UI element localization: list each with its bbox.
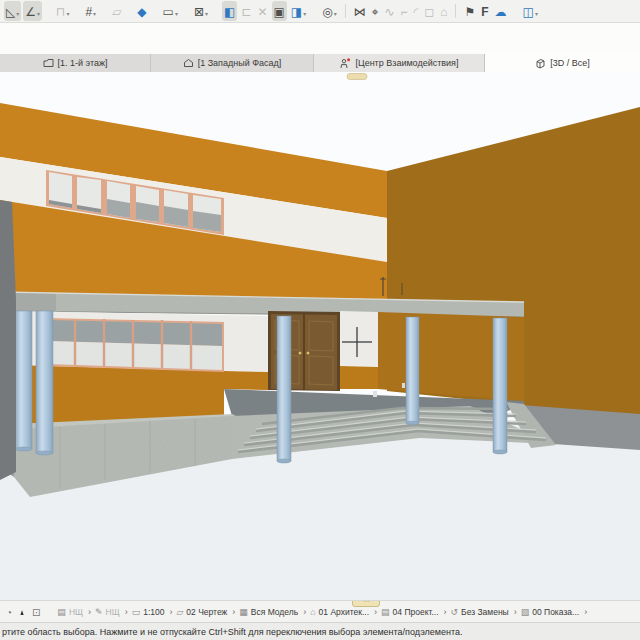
- floor-marker: [373, 391, 377, 397]
- interaction-hub-icon: [339, 58, 351, 69]
- snap-grid-icon[interactable]: #: [83, 1, 98, 21]
- tab-label: [1 Западный Фасад]: [198, 58, 282, 68]
- 3d-scene: [0, 72, 640, 600]
- column: [493, 318, 507, 452]
- suspend-groups-icon[interactable]: ⊓: [54, 1, 71, 21]
- quick-options-bar: ⋯ ◔ ▲ ⊡ ▤НЩ ✎НЩ ▭1:100 ▱02 Чертеж ▦Вся М…: [0, 600, 640, 623]
- toolbar-empty-row: [0, 23, 640, 54]
- building-side-shadow: [0, 200, 16, 480]
- drawing-field[interactable]: ▱02 Чертеж: [176, 607, 235, 617]
- slope-edit-icon[interactable]: ∠: [23, 1, 42, 21]
- roof-icon[interactable]: ⌂: [438, 1, 449, 21]
- flag-icon[interactable]: ⚑: [462, 1, 477, 21]
- pan-chip-bottom[interactable]: ⋯: [352, 600, 380, 607]
- override-field[interactable]: ↺Без Замены: [451, 607, 517, 617]
- cloud-save-icon[interactable]: ☁: [493, 1, 509, 21]
- view-tab-bar: [1. 1-й этаж] [1 Западный Фасад] [Центр …: [0, 54, 640, 73]
- overlay-shapes-icon[interactable]: ◫: [521, 1, 540, 21]
- arc-icon[interactable]: ◜: [412, 1, 421, 21]
- column: [15, 311, 32, 449]
- 3d-style-icon[interactable]: ◨: [289, 1, 308, 21]
- lower-window-band: [46, 318, 224, 372]
- tab-label: [3D / Все]: [550, 58, 590, 68]
- 3d-cutaway-icon[interactable]: ◧: [222, 1, 237, 21]
- floor-plan-icon: [43, 58, 54, 68]
- zoom-selection-icon[interactable]: ⊡: [32, 607, 40, 618]
- column: [277, 316, 291, 461]
- lock-icon[interactable]: ⊠: [192, 1, 210, 21]
- fillet-icon[interactable]: ⌐: [399, 1, 410, 21]
- pan-chip-top[interactable]: [347, 74, 367, 80]
- gravity-mesh-icon[interactable]: ▱: [110, 1, 123, 21]
- sun-position-icon[interactable]: ◎: [320, 1, 339, 21]
- marquee-icon[interactable]: ▭: [161, 1, 180, 21]
- door-knob: [299, 352, 302, 355]
- spline-icon[interactable]: ∿: [382, 1, 396, 21]
- column: [36, 311, 53, 453]
- archicad-window: ◺ ∠ ⊓ # ▱ ◆ ▭ ⊠ ◧ ⊏ ✕ ▣ ◨ ◎ ⋈ ⌖ ∿ ⌐ ◜ ◻ …: [0, 0, 640, 640]
- layer-combination-field[interactable]: ▤НЩ: [57, 607, 91, 617]
- elevation-icon: [183, 58, 194, 68]
- model-view-field[interactable]: ▦Вся Модель: [239, 607, 306, 617]
- main-toolbar: ◺ ∠ ⊓ # ▱ ◆ ▭ ⊠ ◧ ⊏ ✕ ▣ ◨ ◎ ⋈ ⌖ ∿ ⌐ ◜ ◻ …: [0, 0, 640, 23]
- tab-3d-all[interactable]: [3D / Все]: [485, 54, 640, 72]
- slab-shadow-left: [14, 293, 56, 312]
- wall-pier-right: [340, 311, 378, 367]
- measure-square-icon[interactable]: ◺: [4, 1, 21, 21]
- deselect-icon[interactable]: ✕: [255, 1, 269, 21]
- scale-field[interactable]: ▭1:100: [132, 607, 173, 617]
- floor-marker: [402, 383, 405, 388]
- status-hint-text: ртите область выбора. Нажмите и не отпус…: [2, 627, 462, 637]
- favorites-icon[interactable]: F: [479, 1, 490, 21]
- door-knob: [307, 352, 310, 355]
- column: [406, 317, 419, 423]
- section-depth-icon[interactable]: ⊏: [239, 1, 253, 21]
- renovation-filter-field[interactable]: ⌂01 Архитек...: [310, 607, 377, 617]
- tab-label: [1. 1-й этаж]: [58, 58, 108, 68]
- tab-interaction-hub[interactable]: [Центр Взаимодействия]: [314, 54, 485, 72]
- 3d-view-icon: [535, 58, 546, 69]
- tab-floor-plan[interactable]: [1. 1-й этаж]: [0, 54, 151, 72]
- box-icon[interactable]: ◻: [422, 1, 436, 21]
- notification-badge: [348, 58, 351, 61]
- trim-icon[interactable]: ⋈: [352, 1, 368, 21]
- layers-field[interactable]: ▤04 Проект...: [381, 607, 446, 617]
- tab-label: [Центр Взаимодействия]: [355, 58, 458, 68]
- arrow-cursor-icon[interactable]: ▲: [19, 608, 25, 617]
- pen-set-field[interactable]: ✎НЩ: [95, 607, 128, 617]
- show-field[interactable]: ▧00 Показа...: [521, 607, 587, 617]
- 3d-viewport[interactable]: [0, 72, 640, 600]
- 3d-marquee-icon[interactable]: ▣: [272, 1, 287, 21]
- status-bar: ртите область выбора. Нажмите и не отпус…: [0, 622, 640, 640]
- editing-plane-icon[interactable]: ◆: [135, 1, 148, 21]
- adjust-icon[interactable]: ⌖: [370, 1, 381, 21]
- tab-west-elevation[interactable]: [1 Западный Фасад]: [151, 54, 314, 72]
- selection-follow-icon[interactable]: ◔: [6, 607, 12, 618]
